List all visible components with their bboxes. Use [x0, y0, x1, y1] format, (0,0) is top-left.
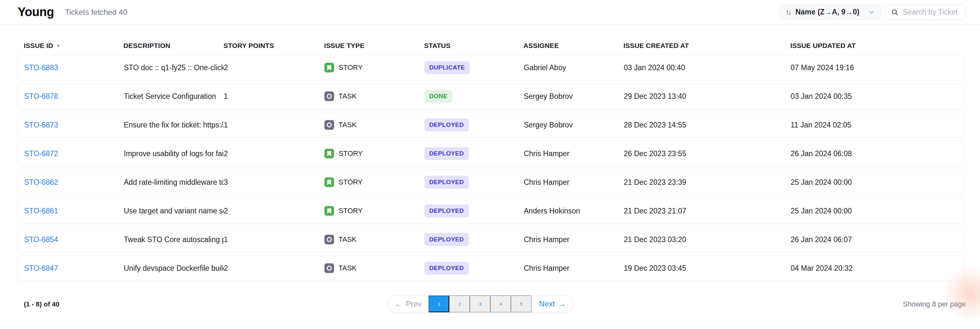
story-points-cell: 1 — [224, 235, 325, 244]
issue-id-link[interactable]: STO-6873 — [24, 121, 58, 129]
issue-type-cell: TASK — [325, 120, 425, 130]
description-cell: Ensure the fix for ticket: https://h... — [124, 121, 224, 129]
issue-type-label: TASK — [339, 235, 356, 244]
assignee-cell: Chris Hamper — [524, 178, 624, 187]
created-at-cell: 21 Dec 2023 21:07 — [624, 207, 791, 216]
issue-id-link[interactable]: STO-6861 — [24, 207, 58, 215]
created-at-cell: 21 Dec 2023 23:39 — [624, 178, 791, 187]
sort-desc-caret-icon: ▾ — [57, 43, 59, 48]
assignee-cell: Chris Hamper — [524, 264, 624, 273]
story-icon — [325, 206, 334, 216]
created-at-cell: 19 Dec 2023 03:45 — [624, 264, 791, 273]
issue-type-cell: STORY — [325, 149, 425, 158]
ticket-board-page: Young Tickets fetched 40 ↑↓ Name (Z→A, 9… — [0, 0, 980, 329]
column-header-status[interactable]: STATUS — [424, 42, 523, 50]
issue-id-link[interactable]: STO-6883 — [24, 64, 58, 72]
story-points-cell: 2 — [224, 264, 325, 273]
table-row: STO-6883 STO doc :: q1-fy25 :: One-click… — [18, 55, 964, 80]
issue-type-cell: TASK — [325, 264, 425, 273]
page-button-2[interactable]: 2 — [449, 295, 470, 312]
updated-at-cell: 03 Jan 2024 00:35 — [791, 92, 964, 101]
assignee-cell: Chris Hamper — [524, 235, 624, 244]
story-points-cell: 3 — [224, 178, 325, 187]
search-icon — [891, 8, 899, 16]
column-header-assignee[interactable]: ASSIGNEE — [523, 42, 624, 50]
table-row: STO-6847 Unify devspace Dockerfile build… — [18, 255, 964, 281]
search-box — [886, 5, 966, 20]
assignee-cell: Anders Hokinson — [524, 207, 624, 216]
page-button-1[interactable]: 1 — [429, 295, 449, 312]
sort-dropdown[interactable]: ↑↓ Name (Z→A, 9→0) — [780, 5, 881, 20]
arrow-right-icon: → — [558, 299, 566, 308]
tickets-fetched-label: Tickets fetched 40 — [65, 8, 127, 17]
story-points-cell: 2 — [224, 207, 325, 216]
tickets-table: ISSUE ID ▾ DESCRIPTION STORY POINTS ISSU… — [0, 37, 980, 281]
table-row: STO-6872 Improve usability of logs for f… — [18, 141, 964, 166]
description-cell: Improve usability of logs for failur... — [124, 149, 224, 158]
story-points-cell: 2 — [224, 64, 325, 72]
page-button-5[interactable]: 5 — [511, 295, 531, 312]
description-cell: STO doc :: q1-fy25 :: One-click e... — [124, 64, 224, 72]
description-cell: Tweak STO Core autoscaling par... — [124, 235, 224, 244]
toolbar-controls: ↑↓ Name (Z→A, 9→0) — [780, 5, 966, 20]
page-title: Young — [18, 5, 54, 19]
description-cell: Use target and variant name sear... — [124, 207, 224, 216]
issue-id-link[interactable]: STO-6847 — [24, 264, 58, 272]
status-badge: DEPLOYED — [425, 204, 469, 217]
column-header-issue-id[interactable]: ISSUE ID ▾ — [24, 42, 124, 50]
table-row: STO-6878 Ticket Service Configuration 1 … — [18, 83, 964, 109]
updated-at-cell: 26 Jan 2024 06:07 — [791, 235, 964, 244]
issue-type-label: TASK — [339, 92, 356, 101]
status-badge: DONE — [425, 90, 452, 103]
issue-id-link[interactable]: STO-6872 — [24, 149, 58, 158]
table-row: STO-6861 Use target and variant name sea… — [18, 198, 964, 224]
page-button-3[interactable]: 3 — [470, 295, 490, 312]
next-page-button[interactable]: Next → — [531, 295, 573, 312]
issue-type-label: STORY — [339, 64, 363, 72]
issue-type-label: STORY — [339, 178, 363, 186]
column-header-issue-created-at[interactable]: ISSUE CREATED AT — [624, 42, 790, 50]
sort-dropdown-value: Name (Z→A, 9→0) — [795, 8, 859, 16]
assignee-cell: Sergey Bobrov — [524, 92, 624, 101]
search-input[interactable] — [903, 8, 960, 16]
status-badge: DEPLOYED — [425, 147, 469, 160]
status-badge: DEPLOYED — [425, 118, 469, 131]
issue-id-link[interactable]: STO-6878 — [24, 92, 58, 101]
created-at-cell: 26 Dec 2023 23:55 — [624, 149, 791, 158]
status-badge: DEPLOYED — [425, 233, 469, 246]
status-badge: DEPLOYED — [425, 176, 469, 188]
issue-id-link[interactable]: STO-6854 — [24, 235, 58, 244]
created-at-cell: 29 Dec 2023 13:40 — [624, 92, 791, 101]
description-cell: Ticket Service Configuration — [124, 92, 224, 101]
created-at-cell: 28 Dec 2023 14:55 — [624, 121, 791, 129]
column-header-issue-updated-at[interactable]: ISSUE UPDATED AT — [790, 42, 964, 50]
updated-at-cell: 04 Mar 2024 20:32 — [791, 264, 964, 273]
task-icon — [325, 120, 334, 130]
issue-type-cell: TASK — [325, 91, 425, 101]
assignee-cell: Chris Hamper — [524, 149, 624, 158]
updated-at-cell: 26 Jan 2024 06:08 — [791, 149, 964, 158]
issue-id-link[interactable]: STO-6862 — [24, 178, 58, 186]
task-icon — [325, 264, 334, 273]
story-points-cell: 1 — [224, 92, 325, 101]
arrow-left-icon: ← — [395, 299, 402, 308]
assignee-cell: Sergey Bobrov — [524, 121, 624, 129]
assignee-cell: Gabriel Aboy — [524, 64, 624, 72]
column-header-story-points[interactable]: STORY POINTS — [223, 42, 324, 50]
top-bar: Young Tickets fetched 40 ↑↓ Name (Z→A, 9… — [0, 0, 980, 24]
table-row: STO-6854 Tweak STO Core autoscaling par.… — [18, 227, 964, 252]
story-icon — [325, 63, 334, 72]
table-footer: (1 - 8) of 40 ← Prev 12345 Next → Showin… — [0, 295, 980, 313]
page-button-4[interactable]: 4 — [490, 295, 511, 312]
story-icon — [325, 149, 334, 158]
story-points-cell: 1 — [224, 121, 325, 129]
column-header-issue-type[interactable]: ISSUE TYPE — [324, 42, 424, 50]
table-row: STO-6873 Ensure the fix for ticket: http… — [18, 112, 964, 138]
updated-at-cell: 11 Jan 2024 02:05 — [791, 121, 964, 129]
issue-type-label: STORY — [339, 149, 363, 158]
table-row: STO-6862 Add rate-limiting middleware to… — [18, 169, 964, 195]
status-badge: DUPLICATE — [425, 61, 470, 74]
table-header-row: ISSUE ID ▾ DESCRIPTION STORY POINTS ISSU… — [18, 37, 964, 54]
prev-page-button[interactable]: ← Prev — [388, 295, 429, 312]
column-header-description[interactable]: DESCRIPTION — [124, 42, 223, 50]
